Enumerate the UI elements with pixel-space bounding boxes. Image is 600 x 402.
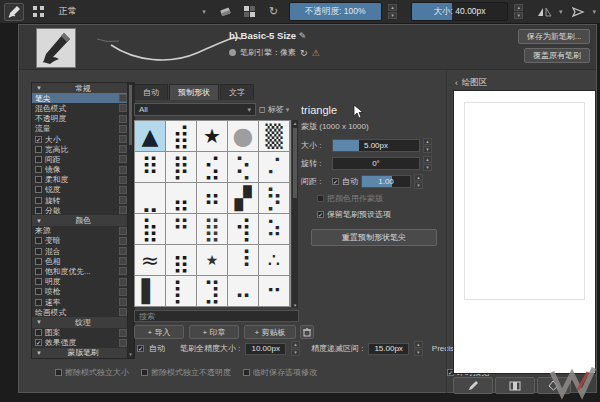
brush-presets-grid-icon[interactable] bbox=[30, 3, 48, 21]
options-list-item[interactable]: 绘画模式 bbox=[32, 307, 134, 317]
spacing-auto-checkbox[interactable]: ✓ bbox=[332, 178, 339, 185]
tab-2[interactable]: 预制形状 bbox=[169, 84, 219, 100]
option-checkbox[interactable] bbox=[35, 176, 42, 183]
opacity-slider[interactable]: 不透明度: 100% bbox=[289, 2, 382, 21]
options-section-header[interactable]: ▼颜色 bbox=[32, 215, 134, 225]
options-list-item[interactable]: 图案 bbox=[32, 328, 134, 338]
scratchpad-gradient-button[interactable] bbox=[495, 377, 535, 394]
option-checkbox[interactable]: ✓ bbox=[35, 339, 42, 346]
tab-3[interactable]: 文字 bbox=[220, 84, 254, 100]
eraser-size-checkbox[interactable] bbox=[55, 369, 62, 376]
option-checkbox[interactable] bbox=[35, 166, 42, 173]
precision-auto-checkbox[interactable]: ✓ bbox=[137, 345, 144, 352]
brush-tip-thumbnail[interactable]: ⣀ bbox=[135, 183, 165, 213]
brush-tip-thumbnail[interactable]: ⣾ bbox=[166, 121, 196, 151]
options-list-item[interactable]: 分散 bbox=[32, 205, 134, 215]
import-button[interactable]: + 导入 bbox=[134, 325, 184, 339]
brush-tip-thumbnail[interactable]: ⡇ bbox=[166, 276, 196, 306]
option-checkbox[interactable] bbox=[35, 237, 42, 244]
temp-save-checkbox[interactable] bbox=[243, 369, 250, 376]
options-list-item[interactable]: 明度 bbox=[32, 277, 134, 287]
flow-options-caret[interactable]: ▾ bbox=[593, 8, 597, 16]
tab-1[interactable]: 自动 bbox=[134, 84, 168, 100]
brush-tip-thumbnail[interactable]: ⠤ bbox=[228, 276, 258, 306]
mirror-horizontal-icon[interactable] bbox=[535, 3, 553, 21]
brush-tip-thumbnail[interactable]: ⠒ bbox=[259, 276, 289, 306]
brush-tip-thumbnail[interactable]: ⣤ bbox=[166, 183, 196, 213]
option-checkbox[interactable] bbox=[35, 288, 42, 295]
brush-tip-thumbnail[interactable]: ⢕ bbox=[228, 152, 258, 182]
tip-search-input[interactable]: 搜索 bbox=[134, 310, 299, 322]
option-checkbox[interactable]: ✓ bbox=[35, 136, 42, 143]
options-list-scrollbar[interactable]: ▾ bbox=[127, 82, 134, 359]
brush-tip-thumbnail[interactable]: ⠸ bbox=[228, 245, 258, 275]
options-list-item[interactable]: 饱和度优先... bbox=[32, 266, 134, 276]
option-checkbox[interactable] bbox=[35, 258, 42, 265]
options-list-item[interactable]: 镜像 bbox=[32, 165, 134, 175]
options-list-item[interactable]: 来源 bbox=[32, 226, 134, 236]
brush-tip-thumbnail[interactable]: ★ bbox=[197, 245, 227, 275]
fade-interval-stepper[interactable]: ▴▾ bbox=[414, 340, 423, 357]
option-checkbox[interactable] bbox=[35, 268, 42, 275]
options-list-item[interactable]: 不透明度 bbox=[32, 114, 134, 124]
brush-tip-thumbnail[interactable]: ⡳ bbox=[259, 183, 289, 213]
brush-tip-thumbnail[interactable]: ⡿ bbox=[166, 152, 196, 182]
option-checkbox[interactable] bbox=[35, 146, 42, 153]
options-section-header[interactable]: ▼蒙版笔刷 bbox=[32, 348, 134, 358]
tag-button[interactable]: ◻ 标签 ▾ bbox=[259, 103, 295, 116]
tip-spacing-slider[interactable]: 1.00 bbox=[361, 175, 411, 188]
flow-icon[interactable] bbox=[569, 3, 587, 21]
brush-tip-thumbnail[interactable]: ⣪ bbox=[197, 152, 227, 182]
fade-interval-field[interactable]: 15.00px bbox=[368, 343, 408, 355]
brush-tip-thumbnail[interactable]: ⠌ bbox=[259, 152, 289, 182]
options-section-header[interactable]: ▼纹理 bbox=[32, 317, 134, 327]
options-list-item[interactable]: 变暗 bbox=[32, 236, 134, 246]
brush-tip-thumbnail[interactable]: ▒ bbox=[259, 121, 289, 151]
tip-filter-combo[interactable]: All ▾ bbox=[134, 103, 256, 116]
scratchpad-paint-button[interactable] bbox=[453, 377, 493, 394]
tip-rotate-field[interactable]: 0° bbox=[332, 157, 420, 170]
eraser-mode-icon[interactable] bbox=[217, 3, 235, 21]
brush-tip-thumbnail[interactable]: ⠛ bbox=[166, 214, 196, 244]
options-list-item[interactable]: 笔尖 bbox=[32, 93, 134, 103]
tip-rotate-stepper[interactable]: ▴▾ bbox=[423, 155, 432, 172]
brush-tip-thumbnail[interactable]: ⣿ bbox=[197, 214, 227, 244]
overwrite-brush-button[interactable]: 覆盖原有笔刷 bbox=[524, 48, 590, 63]
brush-tip-thumbnail[interactable]: ⠿ bbox=[135, 152, 165, 182]
brush-tip-thumbnail[interactable]: ⣶ bbox=[166, 245, 196, 275]
option-checkbox[interactable] bbox=[35, 156, 42, 163]
brush-tip-thumbnail[interactable]: ≈ bbox=[135, 245, 165, 275]
size-slider[interactable]: 大小: 40.00px bbox=[411, 2, 508, 21]
options-list-item[interactable]: 宽高比 bbox=[32, 144, 134, 154]
tip-size-stepper[interactable]: ▴▾ bbox=[423, 137, 432, 154]
options-list-item[interactable]: ✓效果强度 bbox=[32, 338, 134, 348]
reload-engine-icon[interactable]: ↻ bbox=[300, 48, 308, 58]
option-checkbox[interactable] bbox=[35, 329, 42, 336]
use-color-mask-checkbox[interactable] bbox=[317, 195, 324, 202]
brush-tip-thumbnail[interactable]: ▲ bbox=[135, 121, 165, 151]
rename-pencil-icon[interactable]: ✎ bbox=[299, 31, 307, 41]
scratchpad-canvas[interactable] bbox=[453, 90, 596, 374]
brush-tip-thumbnail[interactable]: ⠶ bbox=[197, 183, 227, 213]
brush-tip-thumbnail[interactable]: ⣹ bbox=[197, 276, 227, 306]
tip-grid-scrollbar[interactable]: ▴▾ bbox=[292, 120, 298, 308]
full-precision-stepper[interactable]: ▴▾ bbox=[291, 340, 300, 357]
options-list-item[interactable]: 流量 bbox=[32, 124, 134, 134]
collapse-left-icon[interactable]: ‹ bbox=[455, 78, 458, 88]
option-checkbox[interactable] bbox=[35, 186, 42, 193]
clipboard-button[interactable]: + 剪贴板 bbox=[244, 325, 296, 339]
options-list-item[interactable]: 柔和度 bbox=[32, 175, 134, 185]
blending-mode-combo[interactable]: 正常 ▾ bbox=[54, 3, 211, 21]
delete-tip-button[interactable] bbox=[300, 325, 314, 339]
stamp-button[interactable]: + 印章 bbox=[189, 325, 239, 339]
brush-tip-thumbnail[interactable]: ● bbox=[228, 121, 258, 151]
options-list-item[interactable]: 混色模式 bbox=[32, 103, 134, 113]
options-list-item[interactable]: 混合 bbox=[32, 246, 134, 256]
full-precision-field[interactable]: 10.00px bbox=[245, 343, 285, 355]
brush-tip-thumbnail[interactable]: ⢺ bbox=[228, 214, 258, 244]
brush-tip-thumbnail[interactable]: ∴ bbox=[259, 245, 289, 275]
brush-tip-thumbnail[interactable]: ▌ bbox=[135, 276, 165, 306]
option-checkbox[interactable] bbox=[35, 248, 42, 255]
current-brush-preset-button[interactable] bbox=[4, 3, 24, 21]
options-list-item[interactable]: 喷枪 bbox=[32, 287, 134, 297]
